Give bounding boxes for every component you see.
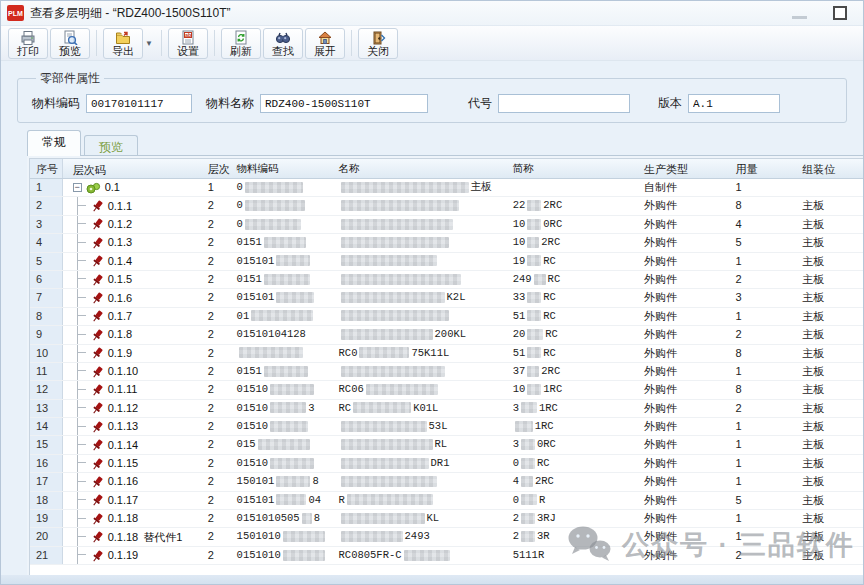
visible-text: 53L <box>429 420 448 432</box>
level-code-text: 0.1.9 <box>108 345 132 362</box>
print-button[interactable]: 打印 <box>8 28 48 59</box>
abbreviation-cell: 20RC <box>507 326 638 343</box>
visible-text: RL <box>435 438 448 450</box>
refresh-button[interactable]: 刷新 <box>221 28 261 59</box>
censored-text <box>527 255 541 266</box>
header-name[interactable]: 名称 <box>333 159 507 178</box>
level-code-cell: 0.1.13 <box>63 418 202 435</box>
export-button[interactable]: 导出 <box>103 28 143 59</box>
visible-text: 51 <box>513 310 526 322</box>
close-button[interactable]: 关闭 <box>358 28 398 59</box>
abbreviation-cell: 101RC <box>507 381 638 398</box>
production-type-cell: 外购件 <box>638 326 729 343</box>
find-button[interactable]: 查找 <box>263 28 303 59</box>
tab-preview[interactable]: 预览 <box>84 135 138 155</box>
visible-text: 01510 <box>237 383 269 395</box>
visible-text: R <box>339 494 345 506</box>
version-field[interactable] <box>688 94 780 113</box>
visible-text: 3 <box>513 438 519 450</box>
visible-text: RC <box>339 402 352 414</box>
table-row[interactable]: 1−0.110主板自制件1 <box>30 179 864 197</box>
censored-text <box>527 329 543 340</box>
quantity-cell: 3 <box>730 289 797 306</box>
level-cell: 2 <box>202 492 231 509</box>
part-properties-section: 零部件属性 物料编码 物料名称 代号 版本 <box>1 61 863 123</box>
minimize-button[interactable] <box>792 16 807 19</box>
quantity-cell: 1 <box>730 308 797 325</box>
censored-text <box>341 439 433 450</box>
visible-text: 1RC <box>543 383 562 395</box>
table-row[interactable]: 90.1.8201510104128200KL20RC外购件2主板 <box>30 326 864 344</box>
part-pin-icon <box>91 383 104 397</box>
close-label: 关闭 <box>367 45 389 58</box>
material-name-field[interactable] <box>260 94 428 113</box>
table-row[interactable]: 200.1.18替代件121501010249323R外购件1主板 <box>30 528 864 546</box>
maximize-button[interactable] <box>833 6 847 20</box>
visible-text: 主板 <box>471 181 492 193</box>
visible-text: 01 <box>237 310 250 322</box>
table-row[interactable]: 130.1.122015103RCK01L31RC外购件2主板 <box>30 400 864 418</box>
table-row[interactable]: 160.1.15201510DR10RC外购件1主板 <box>30 455 864 473</box>
header-quantity[interactable]: 用量 <box>730 159 797 178</box>
censored-text <box>527 237 539 248</box>
table-row[interactable]: 70.1.62015101K2L33RC外购件3主板 <box>30 289 864 307</box>
level-cell: 2 <box>202 455 231 472</box>
censored-text <box>341 366 445 377</box>
table-row[interactable]: 150.1.142015RL30RC外购件1主板 <box>30 436 864 454</box>
level-code-cell: 0.1.2 <box>63 216 202 233</box>
quantity-cell: 2 <box>730 326 797 343</box>
censored-text <box>283 531 325 542</box>
header-level-code[interactable]: 层次码 <box>63 159 202 178</box>
designation-field[interactable] <box>498 94 630 113</box>
part-pin-icon <box>91 365 104 379</box>
quantity-cell: 8 <box>730 345 797 362</box>
preview-button[interactable]: 预览 <box>50 28 90 59</box>
table-body: 1−0.110主板自制件120.1.120222RC外购件8主板30.1.220… <box>30 179 864 565</box>
header-abbreviation[interactable]: 简称 <box>507 159 638 178</box>
tab-general[interactable]: 常规 <box>27 130 81 156</box>
table-row[interactable]: 40.1.320151102RC外购件5主板 <box>30 234 864 252</box>
table-row[interactable]: 80.1.720151RC外购件1主板 <box>30 308 864 326</box>
table-row[interactable]: 50.1.4201510119RC外购件1主板 <box>30 253 864 271</box>
assembly-position-cell: 主板 <box>796 400 864 417</box>
level-code-cell: 0.1.4 <box>63 253 202 270</box>
level-code-cell: 0.1.17 <box>63 492 202 509</box>
header-material-code[interactable]: 物料编码 <box>231 159 333 178</box>
header-seq[interactable]: 序号 <box>30 159 63 178</box>
table-row[interactable]: 110.1.1020151372RC外购件1主板 <box>30 363 864 381</box>
table-row[interactable]: 140.1.1320151053L1RC外购件1主板 <box>30 418 864 436</box>
material-code-field[interactable] <box>86 94 192 113</box>
abbreviation-cell <box>507 179 638 196</box>
table-row[interactable]: 170.1.162150101842RC外购件1主板 <box>30 473 864 491</box>
header-level[interactable]: 层次 <box>202 159 231 178</box>
table-row[interactable]: 190.1.18201510105058KL23RJ外购件1主板 <box>30 510 864 528</box>
export-dropdown-caret[interactable]: ▼ <box>145 39 153 48</box>
header-assembly-position[interactable]: 组装位 <box>796 159 864 178</box>
censored-text <box>270 402 306 413</box>
tree-line <box>77 271 90 288</box>
censored-text <box>276 255 310 266</box>
settings-button[interactable]: ab 设置 <box>168 28 208 59</box>
censored-text <box>341 329 433 340</box>
level-cell: 2 <box>202 308 231 325</box>
table-row[interactable]: 210.1.1920151010RC0805FR-C5111R外购件2主板 <box>30 547 864 565</box>
table-row[interactable]: 120.1.11201510RC06101RC外购件8主板 <box>30 381 864 399</box>
censored-text <box>270 458 314 469</box>
visible-text: 04 <box>308 494 321 506</box>
production-type-cell: 外购件 <box>638 216 729 233</box>
table-row[interactable]: 60.1.520151249RC外购件2主板 <box>30 271 864 289</box>
visible-text: 1501010 <box>237 530 281 542</box>
tree-line <box>77 326 90 343</box>
level-code-text: 0.1 <box>105 179 120 196</box>
toolbar-separator <box>214 30 215 56</box>
row-number: 7 <box>30 289 63 306</box>
table-row[interactable]: 30.1.220100RC外购件4主板 <box>30 216 864 234</box>
expand-collapse-toggle[interactable]: − <box>73 183 82 192</box>
tree-line <box>77 400 90 417</box>
table-row[interactable]: 100.1.92RC075K11L51RC外购件8主板 <box>30 345 864 363</box>
header-production-type[interactable]: 生产类型 <box>638 159 729 178</box>
refresh-label: 刷新 <box>230 45 252 58</box>
expand-button[interactable]: 展开 <box>305 28 345 59</box>
table-row[interactable]: 20.1.120222RC外购件8主板 <box>30 197 864 215</box>
table-row[interactable]: 180.1.17201510104R0R外购件5主板 <box>30 492 864 510</box>
